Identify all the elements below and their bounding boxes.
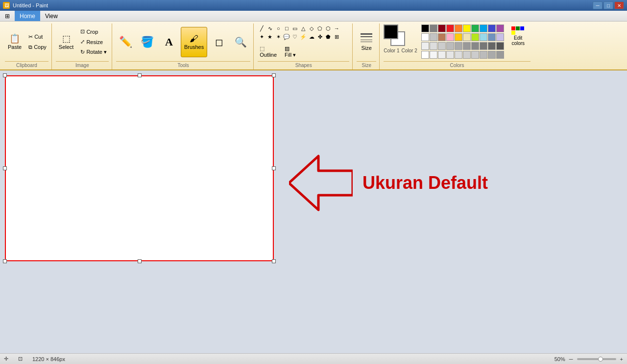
handle-mr[interactable] [272, 166, 276, 170]
handle-ml[interactable] [3, 166, 7, 170]
shape-cloud[interactable]: ☁ [308, 33, 315, 41]
color-cell[interactable] [471, 33, 479, 41]
copy-button[interactable]: ⧉ Copy [26, 42, 48, 52]
handle-mb[interactable] [138, 259, 142, 263]
shape-lightning[interactable]: ⚡ [299, 33, 307, 41]
color-cell[interactable] [421, 24, 429, 32]
shape-pentagon[interactable]: ⬠ [316, 24, 324, 32]
shape-callout[interactable]: 💬 [283, 33, 290, 41]
color-cell[interactable] [471, 24, 479, 32]
color-cell[interactable] [471, 51, 479, 59]
color-cell[interactable] [446, 33, 454, 41]
color-cell[interactable] [496, 33, 504, 41]
shape-star5[interactable]: ★ [266, 33, 274, 41]
menu-app[interactable]: ⊞ [0, 11, 15, 21]
menu-home[interactable]: Home [15, 11, 40, 21]
fill-shape-button[interactable]: ▨ Fill ▾ [283, 45, 298, 59]
handle-tl[interactable] [3, 73, 7, 77]
color-cell[interactable] [471, 42, 479, 50]
crop-button[interactable]: ⊡ Crop [78, 27, 108, 37]
shape-curve[interactable]: ∿ [266, 24, 274, 32]
color-cell[interactable] [463, 24, 471, 32]
color-cell[interactable] [455, 42, 462, 50]
eraser-button[interactable]: ◻ [209, 27, 229, 57]
color-cell[interactable] [446, 24, 454, 32]
rotate-button[interactable]: ↻ Rotate ▾ [78, 47, 108, 57]
color-cell[interactable] [480, 51, 487, 59]
color-cell[interactable] [438, 51, 446, 59]
color-cell[interactable] [421, 51, 429, 59]
color-cell[interactable] [496, 42, 504, 50]
color-cell[interactable] [480, 42, 487, 50]
color-cell[interactable] [496, 24, 504, 32]
color-cell[interactable] [430, 24, 437, 32]
color-cell[interactable] [446, 42, 454, 50]
color-cell[interactable] [480, 33, 487, 41]
color-picker-button[interactable]: 🔍 [231, 27, 250, 57]
brushes-button[interactable]: 🖌 Brushes [181, 27, 207, 57]
close-button[interactable]: ✕ [614, 1, 624, 9]
select-button[interactable]: ⬚ Select [56, 27, 77, 57]
color-cell[interactable] [488, 42, 496, 50]
color-cell[interactable] [463, 42, 471, 50]
resize-button[interactable]: ⤢ Resize [78, 37, 108, 47]
handle-tr[interactable] [272, 73, 276, 77]
zoom-minus[interactable]: ─ [569, 356, 573, 362]
canvas-container[interactable]: Ukuran Default [0, 70, 627, 353]
shape-heart[interactable]: ♡ [291, 33, 299, 41]
minimize-button[interactable]: ─ [593, 1, 603, 9]
color-cell[interactable] [430, 33, 437, 41]
shape-roundrect[interactable]: ▭ [291, 24, 299, 32]
shape-star6[interactable]: ✶ [274, 33, 282, 41]
color1-swatch[interactable] [384, 24, 398, 39]
color-cell[interactable] [438, 24, 446, 32]
pencil-button[interactable]: ✏️ [116, 27, 136, 57]
color-cell[interactable] [421, 42, 429, 50]
shape-oval[interactable]: ○ [274, 24, 282, 32]
color-cell[interactable] [480, 24, 487, 32]
edit-colors-button[interactable]: Edit colors [506, 24, 531, 48]
shape-expand[interactable]: ⊞ [333, 33, 340, 41]
zoom-thumb[interactable] [598, 357, 603, 362]
zoom-plus[interactable]: + [620, 356, 623, 362]
fill-button[interactable]: 🪣 [138, 27, 157, 57]
handle-mt[interactable] [138, 73, 142, 77]
shape-diamond[interactable]: ◇ [308, 24, 315, 32]
shape-star4[interactable]: ✦ [258, 33, 265, 41]
color-cell[interactable] [463, 33, 471, 41]
maximize-button[interactable]: □ [603, 1, 613, 9]
shape-line[interactable]: ╱ [258, 24, 265, 32]
zoom-slider[interactable] [577, 358, 616, 360]
color-cell[interactable] [438, 42, 446, 50]
color-cell[interactable] [421, 33, 429, 41]
color-cell[interactable] [455, 51, 462, 59]
color-cell[interactable] [463, 51, 471, 59]
shape-rect[interactable]: □ [283, 24, 290, 32]
paint-canvas[interactable] [5, 75, 274, 261]
color-cell[interactable] [488, 33, 496, 41]
handle-br[interactable] [272, 259, 276, 263]
color-cell[interactable] [488, 51, 496, 59]
color-cell[interactable] [438, 33, 446, 41]
color-cell[interactable] [430, 42, 437, 50]
text-button[interactable]: A [159, 27, 179, 57]
shape-hexagon[interactable]: ⬡ [324, 24, 332, 32]
arrow-annotation [289, 151, 353, 215]
size-button[interactable]: Size [357, 27, 376, 57]
paste-button[interactable]: 📋 Paste [5, 27, 24, 57]
color-cell[interactable] [430, 51, 437, 59]
color-cell[interactable] [496, 51, 504, 59]
color-cell[interactable] [455, 24, 462, 32]
cut-button[interactable]: ✂ Cut [26, 32, 48, 42]
menu-view[interactable]: View [40, 11, 63, 21]
shape-arrow4[interactable]: ✤ [316, 33, 324, 41]
outline-label: Outline [260, 52, 277, 58]
shape-arrow-right[interactable]: → [333, 24, 340, 32]
color-cell[interactable] [446, 51, 454, 59]
shape-triangle[interactable]: △ [299, 24, 307, 32]
color-cell[interactable] [488, 24, 496, 32]
handle-bl[interactable] [3, 259, 7, 263]
shape-misc1[interactable]: ⬟ [324, 33, 332, 41]
color-cell[interactable] [455, 33, 462, 41]
outline-button[interactable]: ⬚ Outline [258, 45, 279, 59]
